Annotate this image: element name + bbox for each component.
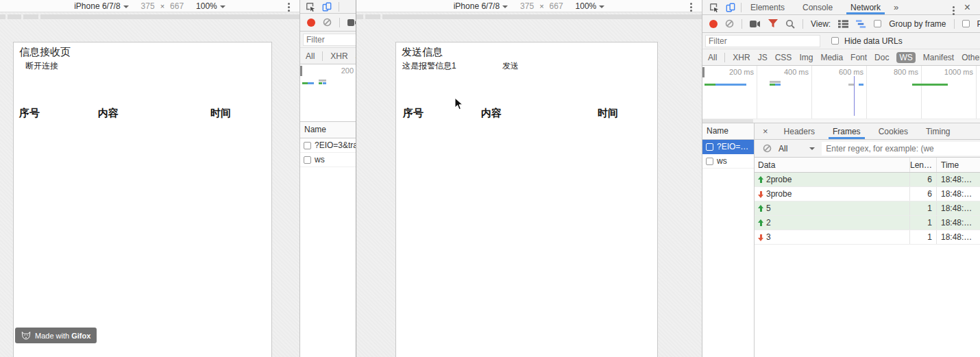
frame-direction-icon <box>758 190 764 198</box>
timeline-tick-label: 1000 ms <box>922 66 977 123</box>
left-type-filter-row: AllXHRJS <box>300 48 356 64</box>
hide-data-urls-label: Hide data URLs <box>844 36 903 46</box>
toggle-device-toolbar-icon[interactable] <box>322 2 332 12</box>
type-filter-chip[interactable]: All <box>708 53 725 62</box>
device-select[interactable]: iPhone 6/7/8 <box>74 1 128 11</box>
show-overview-icon[interactable] <box>856 20 866 28</box>
frame-time-cell: 18:48:… <box>936 216 980 230</box>
detail-tab[interactable]: Headers <box>775 123 824 139</box>
device-zoom-select[interactable]: 100% <box>576 1 605 11</box>
inspect-element-icon[interactable] <box>709 3 719 12</box>
group-by-frame-checkbox[interactable] <box>874 20 881 27</box>
mouse-cursor-icon <box>454 97 463 110</box>
type-filter-chip[interactable]: XHR <box>330 51 347 61</box>
device-select[interactable]: iPhone 6/7/8 <box>454 1 508 11</box>
frame-row[interactable]: 3 1 18:48:… <box>755 230 980 245</box>
clear-icon[interactable] <box>323 18 332 27</box>
left-device-pane: iPhone 6/7/8 375 × 667 100% 信息接收页 断开连接 序… <box>0 0 299 357</box>
request-row[interactable]: ws <box>300 153 356 167</box>
filter-funnel-icon[interactable] <box>768 19 778 28</box>
type-filter-chip[interactable]: XHR <box>733 53 750 62</box>
device-height-field[interactable]: 667 <box>170 1 184 11</box>
timeline-bar <box>308 82 314 84</box>
device-width-field[interactable]: 375 <box>141 1 155 11</box>
close-icon[interactable]: × <box>964 2 970 13</box>
frames-direction-select[interactable]: All <box>779 144 815 153</box>
detail-tab-list: HeadersFramesCookiesTiming <box>775 123 959 139</box>
close-details-icon[interactable]: × <box>756 126 775 136</box>
request-row[interactable]: ?EIO=… <box>702 140 754 154</box>
use-large-rows-icon[interactable] <box>838 20 848 28</box>
search-icon[interactable] <box>785 19 795 29</box>
device-width-field[interactable]: 375 <box>520 1 534 11</box>
type-filter-chip[interactable]: Font <box>850 53 867 62</box>
type-filter-chip[interactable]: Media <box>820 53 843 62</box>
toggle-device-toolbar-icon[interactable] <box>726 3 735 12</box>
divider <box>339 18 340 27</box>
capture-screenshots-icon[interactable] <box>347 19 356 27</box>
capture-screenshots-icon[interactable] <box>750 20 761 28</box>
hide-data-urls-checkbox[interactable] <box>831 37 839 45</box>
devtools-tabs: ElementsConsoleNetwork <box>742 0 890 14</box>
frame-row[interactable]: 3probe 6 18:48:… <box>755 187 980 201</box>
devtools-tab[interactable]: Elements <box>742 0 794 14</box>
request-row[interactable]: ws <box>702 154 754 169</box>
device-toolbar-options-icon[interactable] <box>690 3 692 5</box>
overview-timeline[interactable]: 200 ms400 ms600 ms800 ms1000 ms <box>702 66 980 123</box>
type-filter-chip[interactable]: All <box>306 51 323 61</box>
type-filter-chip[interactable]: Manifest <box>923 53 954 62</box>
timeline-bar <box>319 82 322 84</box>
col-header-index: 序号 <box>19 107 40 120</box>
frames-regex-input[interactable] <box>822 142 980 156</box>
devtools-tab[interactable]: Console <box>794 0 842 14</box>
type-filter-chip[interactable]: WS <box>896 52 915 63</box>
frame-data-text: 2 <box>766 218 771 227</box>
send-button[interactable]: 发送 <box>502 60 519 72</box>
device-height-field[interactable]: 667 <box>550 1 563 11</box>
overview-scroll-strip[interactable] <box>702 119 980 123</box>
type-filter-chip[interactable]: CSS <box>775 53 792 62</box>
frame-row[interactable]: 2probe 6 18:48:… <box>755 173 980 187</box>
detail-tab[interactable]: Frames <box>824 123 870 139</box>
length-column-header: Len… <box>909 158 936 172</box>
load-event-line <box>854 76 855 116</box>
devtools-options-icon[interactable] <box>953 6 955 8</box>
type-filter-chip[interactable]: Img <box>799 53 813 62</box>
media-query-ruler <box>356 14 702 19</box>
device-zoom-select[interactable]: 100% <box>196 1 225 11</box>
request-rows: ?EIO=3&tra ws <box>300 138 356 167</box>
network-filter-input[interactable] <box>705 35 820 47</box>
detail-tab[interactable]: Timing <box>917 123 959 139</box>
request-type-icon <box>304 156 311 164</box>
clear-frames-icon[interactable] <box>763 144 772 153</box>
preserve-log-label: P <box>977 19 980 29</box>
disconnect-button[interactable]: 断开连接 <box>25 60 58 72</box>
preserve-log-checkbox[interactable] <box>962 20 970 27</box>
message-input[interactable] <box>402 61 491 71</box>
divider <box>803 19 803 29</box>
type-filter-chip[interactable]: Other <box>961 53 980 62</box>
device-toolbar-options-icon[interactable] <box>288 3 290 5</box>
clear-icon[interactable] <box>725 19 734 28</box>
sender-page: 发送信息 发送 序号 内容 时间 <box>395 42 658 357</box>
overview-grip[interactable] <box>702 67 705 77</box>
more-tabs-icon[interactable]: » <box>890 2 903 12</box>
record-network-log-icon[interactable] <box>307 19 315 27</box>
left-network-body: Name ?EIO=3&tra ws <box>300 122 356 357</box>
type-filter-chip[interactable]: JS <box>758 53 768 62</box>
request-row[interactable]: ?EIO=3&tra <box>300 138 356 153</box>
frame-time-cell: 18:48:… <box>936 230 980 244</box>
request-details: × HeadersFramesCookiesTiming All <box>755 123 980 357</box>
frame-time-cell: 18:48:… <box>936 173 980 186</box>
devtools-tab[interactable]: Network <box>842 0 890 14</box>
page-title: 信息接收页 <box>19 46 71 59</box>
record-network-log-icon[interactable] <box>709 20 718 28</box>
detail-tab[interactable]: Cookies <box>870 123 917 139</box>
type-filter-chip[interactable]: Doc <box>874 53 889 62</box>
frame-row[interactable]: 2 1 18:48:… <box>755 216 980 230</box>
left-overview-timeline[interactable]: 200 <box>300 64 356 122</box>
network-filter-input[interactable] <box>303 34 356 46</box>
overview-grip[interactable] <box>300 66 302 76</box>
frame-row[interactable]: 5 1 18:48:… <box>755 201 980 216</box>
inspect-element-icon[interactable] <box>306 2 315 12</box>
